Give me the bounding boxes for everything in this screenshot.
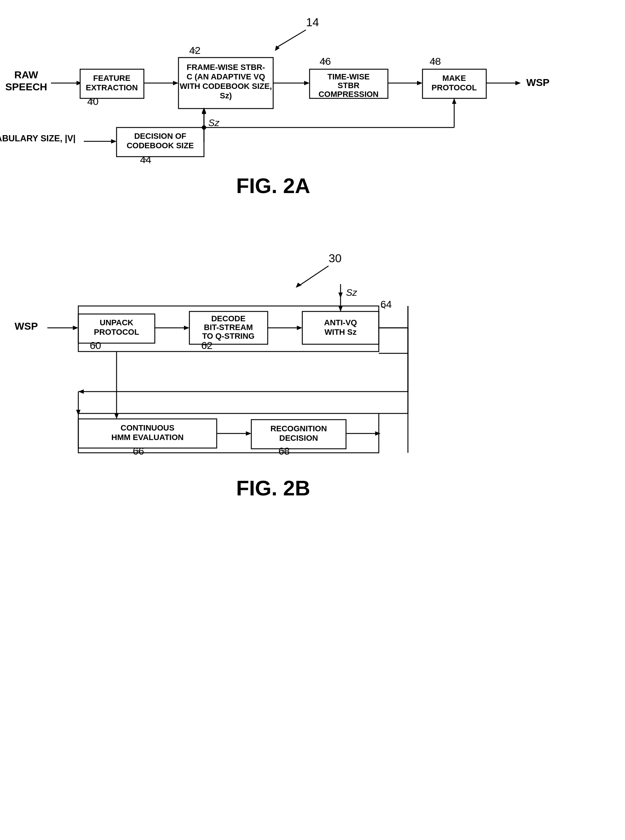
- ref-48: 48: [429, 56, 441, 67]
- ref-62: 62: [201, 340, 212, 351]
- svg-marker-45: [375, 431, 381, 436]
- time-wise-text3: COMPRESSION: [318, 90, 378, 99]
- fig2b-label: FIG. 2B: [236, 476, 310, 500]
- svg-marker-5: [173, 81, 179, 85]
- ref-40: 40: [87, 96, 98, 107]
- anti-vq-text2: WITH Sz: [325, 327, 356, 337]
- frame-wise-text2: C (AN ADAPTIVE VQ: [187, 72, 265, 81]
- recog-text2: DECISION: [279, 434, 318, 443]
- raw-speech-label2: SPEECH: [5, 81, 47, 93]
- ref-30: 30: [328, 252, 342, 265]
- svg-marker-21: [452, 98, 456, 104]
- anti-vq-text1: ANTI-VQ: [324, 318, 357, 327]
- raw-speech-label: RAW: [14, 69, 38, 81]
- ref-44: 44: [140, 154, 151, 165]
- wsp-out-label: WSP: [526, 77, 550, 88]
- svg-marker-29: [297, 326, 302, 330]
- svg-marker-13: [111, 139, 117, 143]
- frame-wise-text3: WITH CODEBOOK SIZE,: [180, 82, 272, 91]
- svg-marker-7: [304, 81, 309, 85]
- ref-66: 66: [132, 445, 144, 457]
- ref-60: 60: [90, 340, 101, 351]
- svg-marker-25: [73, 326, 78, 330]
- svg-marker-23: [296, 283, 302, 288]
- svg-marker-43: [246, 431, 251, 436]
- svg-marker-37: [78, 389, 84, 394]
- time-wise-text2: STBR: [337, 81, 359, 90]
- svg-marker-18: [202, 108, 206, 114]
- ref-42: 42: [189, 45, 200, 56]
- time-wise-text1: TIME-WISE: [327, 72, 370, 81]
- feature-extraction-text2: EXTRACTION: [86, 83, 138, 92]
- ref-68: 68: [278, 445, 289, 457]
- ref-14: 14: [306, 16, 319, 29]
- wsp-in-label: WSP: [15, 320, 38, 332]
- svg-marker-11: [515, 81, 521, 85]
- hmm-text1: CONTINUOUS: [121, 423, 174, 432]
- recog-text1: RECOGNITION: [270, 424, 327, 433]
- decision-text1: DECISION OF: [134, 132, 186, 141]
- svg-marker-31: [338, 306, 343, 311]
- make-protocol-text2: PROTOCOL: [432, 83, 477, 92]
- decode-text3: TO Q-STRING: [202, 331, 255, 341]
- svg-line-22: [299, 266, 328, 286]
- frame-wise-text1: FRAME-WISE STBR-: [187, 63, 265, 72]
- frame-wise-text4: Sz): [220, 91, 232, 100]
- svg-marker-41: [114, 414, 119, 419]
- decode-text2: BIT-STREAM: [204, 323, 253, 332]
- hmm-text2: HMM EVALUATION: [112, 433, 183, 442]
- make-protocol-text1: MAKE: [443, 73, 466, 83]
- page: 14 RAW SPEECH FEATURE EXTRACTION 40 FRAM…: [0, 0, 625, 840]
- sz-label-2b: Sz: [346, 287, 357, 298]
- decision-text2: CODEBOOK SIZE: [127, 141, 194, 150]
- fig2a-label: FIG. 2A: [236, 174, 310, 198]
- unpack-text1: UNPACK: [100, 318, 134, 327]
- ref-46: 46: [319, 56, 331, 67]
- sz-label-2a: Sz: [208, 117, 220, 128]
- decode-text1: DECODE: [211, 314, 246, 323]
- svg-marker-27: [184, 326, 190, 330]
- feature-extraction-text1: FEATURE: [93, 73, 131, 83]
- ref-64: 64: [380, 299, 392, 310]
- svg-line-0: [277, 30, 306, 47]
- vocab-size-label: VOCABULARY SIZE, |V|: [0, 133, 75, 143]
- svg-marker-9: [417, 81, 423, 85]
- unpack-text2: PROTOCOL: [94, 327, 139, 337]
